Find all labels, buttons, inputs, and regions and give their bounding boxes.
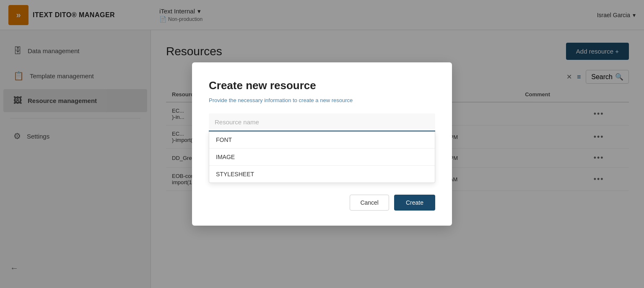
create-resource-modal: Create new resource Provide the necessar…: [192, 62, 452, 226]
modal-footer: Cancel Create: [209, 195, 435, 211]
modal-overlay[interactable]: Create new resource Provide the necessar…: [0, 0, 644, 288]
cancel-button[interactable]: Cancel: [350, 195, 389, 211]
modal-title: Create new resource: [209, 79, 435, 92]
dropdown-option-stylesheet[interactable]: STYLESHEET: [209, 166, 435, 183]
create-button[interactable]: Create: [394, 195, 435, 211]
resource-name-input[interactable]: [209, 113, 435, 131]
dropdown-option-font[interactable]: FONT: [209, 131, 435, 148]
modal-input-container: FONT IMAGE STYLESHEET: [209, 113, 435, 183]
modal-subtitle: Provide the necessary information to cre…: [209, 97, 435, 103]
dropdown-option-image[interactable]: IMAGE: [209, 149, 435, 165]
resource-type-dropdown: FONT IMAGE STYLESHEET: [209, 131, 435, 183]
